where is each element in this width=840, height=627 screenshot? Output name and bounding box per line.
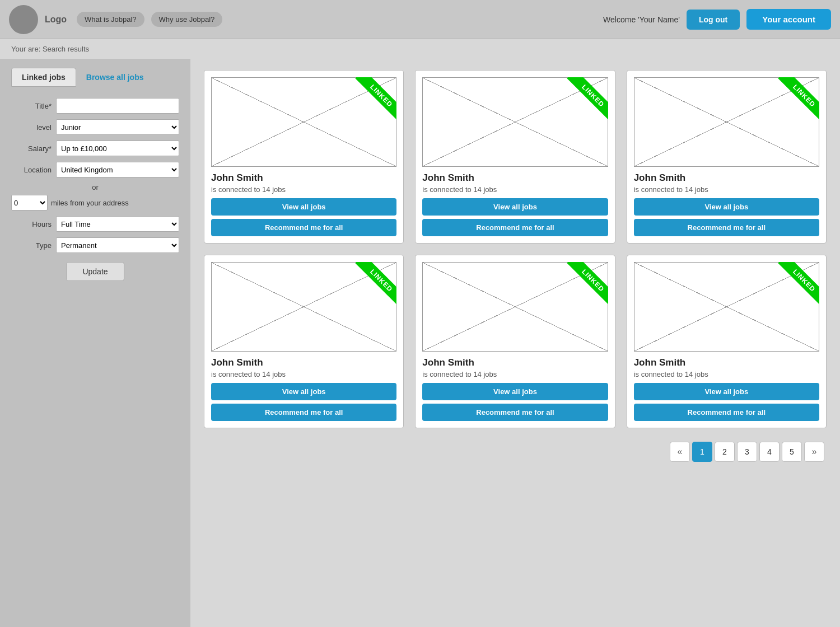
- pagination-page-4[interactable]: 4: [759, 442, 780, 462]
- card-name: John Smith: [634, 172, 819, 184]
- view-all-jobs-button[interactable]: View all jobs: [422, 383, 608, 400]
- tab-browse-all-jobs[interactable]: Browse all jobs: [76, 68, 154, 87]
- title-row: Title*: [11, 98, 179, 114]
- header: Logo What is Jobpal? Why use Jobpal? Wel…: [0, 0, 840, 39]
- logo-icon: [9, 5, 38, 34]
- level-label: level: [11, 123, 52, 132]
- why-use-jobpal-button[interactable]: Why use Jobpal?: [151, 12, 223, 27]
- card-name: John Smith: [634, 357, 819, 368]
- recommend-me-button[interactable]: Recommend me for all: [422, 404, 608, 421]
- pagination-page-2[interactable]: 2: [715, 442, 735, 462]
- content-area: LINKED John Smith is connected to 14 job…: [190, 59, 840, 627]
- location-select[interactable]: United Kingdom England Scotland Wales No…: [56, 162, 179, 177]
- job-card: LINKED John Smith is connected to 14 job…: [204, 255, 404, 428]
- view-all-jobs-button[interactable]: View all jobs: [422, 198, 608, 216]
- breadcrumb: Your are: Search results: [0, 39, 840, 59]
- card-connected: is connected to 14 jobs: [634, 185, 819, 194]
- card-connected: is connected to 14 jobs: [634, 370, 819, 378]
- breadcrumb-current: Search results: [43, 45, 89, 53]
- pagination-page-5[interactable]: 5: [782, 442, 802, 462]
- card-grid: LINKED John Smith is connected to 14 job…: [204, 70, 827, 428]
- card-connected: is connected to 14 jobs: [211, 370, 396, 378]
- title-input[interactable]: [56, 98, 179, 114]
- pagination-next[interactable]: »: [804, 442, 824, 462]
- salary-select[interactable]: Up to £10,000 Up to £20,000 Up to £30,00…: [56, 141, 179, 156]
- miles-label: miles from your address: [51, 199, 129, 207]
- sidebar: Linked jobs Browse all jobs Title* level…: [0, 59, 190, 627]
- type-select[interactable]: Permanent Contract Temporary: [56, 237, 179, 253]
- view-all-jobs-button[interactable]: View all jobs: [211, 383, 396, 400]
- card-name: John Smith: [422, 357, 608, 368]
- view-all-jobs-button[interactable]: View all jobs: [634, 198, 819, 216]
- job-card: LINKED John Smith is connected to 14 job…: [415, 70, 615, 244]
- level-row: level Junior Mid Senior Lead: [11, 119, 179, 135]
- title-label: Title*: [11, 102, 52, 110]
- welcome-text: Welcome 'Your Name': [603, 15, 680, 24]
- recommend-me-button[interactable]: Recommend me for all: [211, 219, 396, 236]
- type-row: Type Permanent Contract Temporary: [11, 237, 179, 253]
- card-connected: is connected to 14 jobs: [211, 185, 396, 194]
- update-button[interactable]: Update: [66, 262, 124, 281]
- pagination: «12345»: [204, 442, 827, 462]
- card-connected: is connected to 14 jobs: [422, 370, 608, 378]
- hours-select[interactable]: Full Time Part Time Flexible: [56, 216, 179, 232]
- hours-label: Hours: [11, 220, 52, 228]
- or-text: or: [11, 183, 179, 191]
- breadcrumb-prefix: Your are:: [11, 45, 40, 53]
- your-account-button[interactable]: Your account: [746, 9, 831, 30]
- tab-linked-jobs[interactable]: Linked jobs: [11, 68, 76, 87]
- salary-label: Salary*: [11, 144, 52, 153]
- job-card: LINKED John Smith is connected to 14 job…: [627, 255, 827, 428]
- hours-row: Hours Full Time Part Time Flexible: [11, 216, 179, 232]
- pagination-page-3[interactable]: 3: [737, 442, 757, 462]
- view-all-jobs-button[interactable]: View all jobs: [211, 198, 396, 216]
- card-name: John Smith: [211, 357, 396, 368]
- card-connected: is connected to 14 jobs: [422, 185, 608, 194]
- logo-text: Logo: [45, 15, 67, 25]
- recommend-me-button[interactable]: Recommend me for all: [634, 404, 819, 421]
- recommend-me-button[interactable]: Recommend me for all: [634, 219, 819, 236]
- main-layout: Linked jobs Browse all jobs Title* level…: [0, 59, 840, 627]
- job-card: LINKED John Smith is connected to 14 job…: [627, 70, 827, 244]
- miles-row: 0 5 10 25 50 miles from your address: [11, 195, 179, 210]
- card-name: John Smith: [422, 172, 608, 184]
- header-right: Welcome 'Your Name' Log out Your account: [603, 9, 831, 30]
- view-all-jobs-button[interactable]: View all jobs: [634, 383, 819, 400]
- location-label: Location: [11, 166, 52, 174]
- recommend-me-button[interactable]: Recommend me for all: [422, 219, 608, 236]
- logout-button[interactable]: Log out: [687, 10, 740, 30]
- miles-select[interactable]: 0 5 10 25 50: [11, 195, 48, 210]
- salary-row: Salary* Up to £10,000 Up to £20,000 Up t…: [11, 141, 179, 156]
- recommend-me-button[interactable]: Recommend me for all: [211, 404, 396, 421]
- tabs-row: Linked jobs Browse all jobs: [11, 68, 179, 87]
- pagination-page-1[interactable]: 1: [692, 442, 712, 462]
- card-name: John Smith: [211, 172, 396, 184]
- job-card: LINKED John Smith is connected to 14 job…: [204, 70, 404, 244]
- job-card: LINKED John Smith is connected to 14 job…: [415, 255, 615, 428]
- location-row: Location United Kingdom England Scotland…: [11, 162, 179, 177]
- what-is-jobpal-button[interactable]: What is Jobpal?: [77, 12, 144, 27]
- type-label: Type: [11, 241, 52, 250]
- level-select[interactable]: Junior Mid Senior Lead: [56, 119, 179, 135]
- pagination-prev[interactable]: «: [670, 442, 690, 462]
